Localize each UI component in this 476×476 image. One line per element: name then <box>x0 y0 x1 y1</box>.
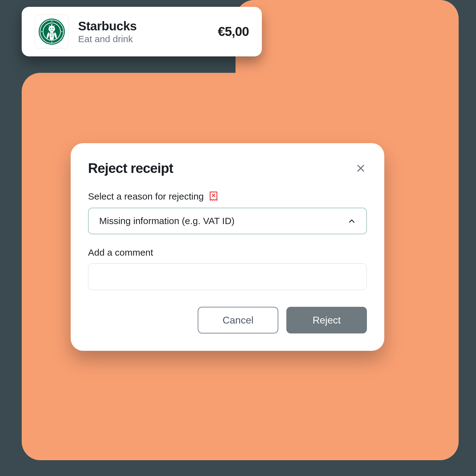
svg-point-3 <box>48 26 55 32</box>
cancel-button[interactable]: Cancel <box>198 307 278 333</box>
dialog-header: Reject receipt <box>88 161 367 176</box>
dialog-title: Reject receipt <box>88 161 173 176</box>
merchant-info: Starbucks Eat and drink <box>78 19 218 44</box>
reason-select[interactable]: Missing information (e.g. VAT ID) <box>88 208 367 234</box>
reason-label-row: Select a reason for rejecting <box>88 191 367 202</box>
reject-button[interactable]: Reject <box>286 307 367 333</box>
close-icon <box>356 163 366 173</box>
reason-label: Select a reason for rejecting <box>88 191 204 202</box>
transaction-amount: €5,00 <box>218 24 249 39</box>
starbucks-logo-icon <box>38 18 65 45</box>
svg-point-6 <box>41 31 42 32</box>
dialog-actions: Cancel Reject <box>88 307 367 333</box>
merchant-category: Eat and drink <box>78 34 218 44</box>
receipt-reject-icon <box>208 191 219 202</box>
comment-input[interactable] <box>88 263 367 290</box>
reject-receipt-dialog: Reject receipt Select a reason for rejec… <box>71 143 384 351</box>
transaction-card[interactable]: Starbucks Eat and drink €5,00 <box>22 7 262 56</box>
merchant-logo <box>35 15 69 49</box>
chevron-up-icon <box>348 217 356 225</box>
reason-selected-value: Missing information (e.g. VAT ID) <box>99 216 235 226</box>
svg-point-4 <box>50 28 51 29</box>
merchant-name: Starbucks <box>78 19 218 33</box>
comment-label: Add a comment <box>88 247 367 258</box>
close-button[interactable] <box>355 162 367 174</box>
svg-point-7 <box>61 31 63 32</box>
svg-point-5 <box>52 28 53 29</box>
